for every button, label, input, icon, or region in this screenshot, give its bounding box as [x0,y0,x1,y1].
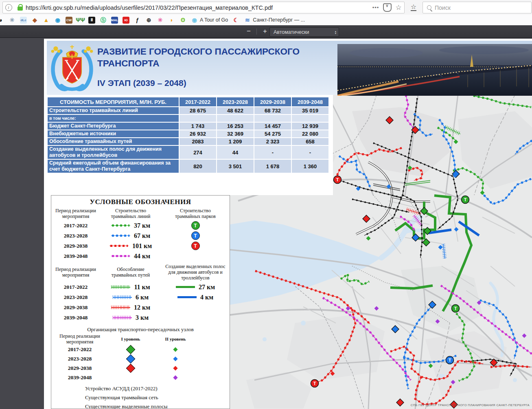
hub-diamond-small-icon [173,347,177,352]
cell-value: 26 932 [180,130,216,137]
bookmark-google-drive[interactable]: ▲ [43,17,50,24]
slide-header: РАЗВИТИЕ ГОРОДСКОГО ПАССАЖИРСКОГО ТРАНСП… [47,41,532,95]
zoom-out-button[interactable]: − [243,26,254,36]
legend-period: 2017-2022 [68,346,92,353]
dlc-icon: dLc [20,17,27,24]
legend-separation-header: Обособление трамвайных путей [106,266,155,278]
row-label: Создание выделенных полос для движения а… [48,146,179,159]
table-row: Внебюджетные источники26 93232 36954 275… [48,130,328,137]
cell-value: 54 275 [254,130,291,137]
bookmark-globe-grid[interactable]: ⊕ [145,17,152,24]
bookmark-gopher[interactable]: ◉A Tour of Go [191,17,228,24]
legend-hub-level2 [174,357,177,361]
bookmark-function-f[interactable]: ƒ [134,17,141,24]
bookmark-grass-green[interactable]: ΨΨ [77,17,84,24]
url-bar[interactable]: i https://krti.gov.spb.ru/media/uploads/… [2,2,405,13]
legend-hubs-header: Организация транспортно-пересадочных узл… [51,327,230,332]
cell-value: 820 [180,160,216,173]
url-text[interactable]: https://krti.gov.spb.ru/media/uploads/us… [26,4,370,11]
column-header-period: 2017-2022 [180,97,216,106]
cell-value: 3 501 [217,160,254,173]
bookmark-bank[interactable]: Ⅲ [88,17,95,24]
page-info-icon[interactable]: i [3,2,14,13]
cell-value: 1 743 [180,123,216,130]
snowflake-icon: ✳ [9,17,15,24]
bookmark-globe-blue[interactable]: ◉ [54,17,61,24]
tram-depot-marker [446,356,454,364]
bookmark-crescent-red[interactable]: ☾ [232,17,239,24]
zoom-select-value: Автоматически [274,29,309,35]
cell-value: 1 678 [254,160,291,173]
separation-swatch [113,295,132,299]
cell-value: 16 253 [217,123,254,130]
bridge-photo [337,44,532,96]
cell-value: 28 675 [180,107,216,114]
bookmark-prism[interactable]: ◆ [31,17,38,24]
legend-period: 2039-2048 [68,374,92,381]
pocket-icon[interactable]: ∨ [381,2,393,13]
legend-length: 6 км [136,294,149,301]
bookmark-s-green[interactable]: Ⓢ [100,17,107,24]
legend-item-label: Существующая трамвайная сеть [85,394,226,400]
cell-value: 1 360 [292,160,328,173]
globe-blue-icon: ◉ [54,17,61,24]
map-attribution: СПБ ГБУ ЦЕНТР ТРАНСПОРТНОГО ПЛАНИРОВАНИЯ… [411,403,530,407]
legend-hub-level2 [174,367,177,370]
table-row: Бюджет Санкт-Петербурга1 74316 25314 457… [48,123,328,130]
table-row: Строительство трамвайных линий28 67548 6… [48,107,328,114]
cell-value: 22 080 [292,130,328,137]
legend-period: 2017-2022 [64,222,88,229]
legend-depot-sample: Т [191,242,200,250]
bookmark-dark-circle[interactable]: ◕ [0,17,4,24]
table-row: Создание выделенных полос для движения а… [48,146,328,159]
bookmark-goldfish[interactable]: ◗ [168,17,175,24]
legend-period: 2017-2022 [64,284,88,290]
bookmark-label: Санкт-Петербург — ... [253,17,305,23]
legend-hub-level1 [127,356,134,362]
bookmark-diagonal-lines[interactable]: ≋Санкт-Петербург — ... [244,17,305,24]
bookmark-dlc[interactable]: dLc [20,17,27,24]
zoom-select[interactable]: Автоматически ▴▾ [269,27,339,37]
separation-swatch [111,285,130,289]
bookmark-snowflake[interactable]: ✳ [9,17,15,24]
bookmark-cw[interactable]: CW [66,17,72,24]
tram-depot-marker [452,305,460,312]
legend-item: Существующие выделенные полосы для движе… [55,403,226,409]
legend-separation-sample: 11 км [111,284,150,291]
page-actions-icon[interactable]: ••• [370,2,381,13]
hub-diamond-icon [126,354,136,363]
browser-window: i https://krti.gov.spb.ru/media/uploads/… [0,0,532,409]
hub-diamond-small-icon [173,375,177,380]
library-icon[interactable]: ☆ [408,2,419,12]
legend-level1-header: I уровень [121,336,140,342]
slide-stage: IV ЭТАП (2039 – 2048) [97,78,186,88]
pdf-toolbar: − + Автоматически ▴▾ [0,25,532,38]
legend-tramline-sample: 101 км [109,242,152,250]
cell-value: 2 323 [254,138,291,145]
hub-diamond-small-icon [173,356,177,361]
bookmark-star-icon[interactable]: ☆ [393,2,404,13]
legend-hub-level1 [127,346,134,353]
hub-diamond-small-icon [173,366,177,370]
tramline-swatch [109,244,129,247]
google-drive-icon: ▲ [43,17,50,24]
lock-icon [14,2,26,13]
bookmark-owl-green[interactable]: ʘ [180,17,186,24]
row-label: Внебюджетные источники [48,130,179,137]
bookmark-mal[interactable]: MAL [111,17,118,24]
pinwheel-icon: ✳ [157,17,164,24]
legend-length: 67 км [134,232,150,240]
tram-depot-marker [462,196,469,204]
legend-buslane-sample: 4 км [177,294,213,301]
table-row: в том числе: [48,115,328,122]
search-bar[interactable]: Поиск [423,2,532,13]
cell-value: 274 [180,146,216,159]
cell-value: 12 939 [292,123,328,130]
bookmark-pinwheel[interactable]: ✳ [157,17,164,24]
legend-separation-sample: 3 км [113,314,149,321]
grass-green-icon: ΨΨ [77,17,84,24]
zoom-in-button[interactable]: + [260,26,270,36]
bookmark-yu-red[interactable]: Ю [123,17,129,24]
legend-tramline-sample: 44 км [111,253,150,260]
legend-separation-sample: 6 км [113,294,149,301]
